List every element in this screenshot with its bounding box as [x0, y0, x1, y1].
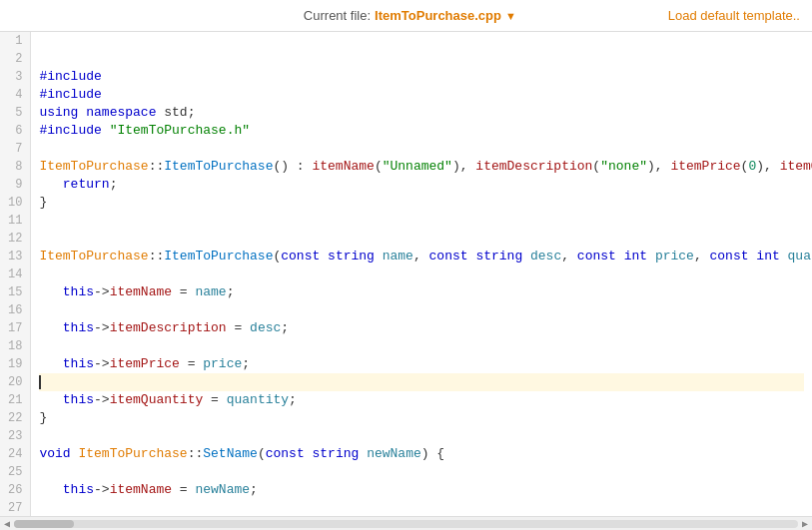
- line-number: 4: [8, 86, 22, 104]
- code-line: return;: [39, 176, 804, 194]
- scrollbar-thumb[interactable]: [14, 520, 74, 528]
- current-file-indicator: Current file: ItemToPurchase.cpp ▼: [304, 8, 516, 23]
- code-line: [39, 337, 804, 355]
- line-number: 12: [8, 230, 22, 248]
- line-number: 18: [8, 337, 22, 355]
- code-line: [39, 301, 804, 319]
- code-line: this->itemQuantity = quantity;: [39, 391, 804, 409]
- line-number: 5: [8, 104, 22, 122]
- line-number: 8: [8, 158, 22, 176]
- filename-dropdown-icon[interactable]: ▼: [505, 10, 516, 22]
- code-line: [39, 499, 804, 516]
- code-line: }: [39, 409, 804, 427]
- current-file-label: Current file:: [304, 8, 371, 23]
- line-number: 15: [8, 283, 22, 301]
- line-number: 19: [8, 355, 22, 373]
- text-cursor: [39, 375, 41, 389]
- line-number: 13: [8, 248, 22, 265]
- code-line: ItemToPurchase::ItemToPurchase() : itemN…: [39, 158, 804, 176]
- line-number: 22: [8, 409, 22, 427]
- header-bar: Current file: ItemToPurchase.cpp ▼ Load …: [0, 0, 812, 32]
- line-number: 2: [8, 50, 22, 68]
- scrollbar-track[interactable]: [14, 520, 798, 528]
- line-number: 26: [8, 481, 22, 499]
- line-number: 10: [8, 194, 22, 212]
- code-line: this->itemName = name;: [39, 283, 804, 301]
- code-line: [39, 212, 804, 230]
- code-line: [39, 230, 804, 248]
- code-line: this->itemName = newName;: [39, 481, 804, 499]
- line-number: 7: [8, 140, 22, 158]
- line-number: 21: [8, 391, 22, 409]
- line-number: 20: [8, 373, 22, 391]
- code-line: this->itemPrice = price;: [39, 355, 804, 373]
- line-number: 14: [8, 265, 22, 283]
- line-number: 17: [8, 319, 22, 337]
- line-number: 16: [8, 301, 22, 319]
- code-line: [39, 427, 804, 445]
- horizontal-scrollbar[interactable]: ◀ ▶: [0, 516, 812, 530]
- code-line: }: [39, 194, 804, 212]
- line-number: 3: [8, 68, 22, 86]
- line-number: 23: [8, 427, 22, 445]
- code-line: #include "ItemToPurchase.h": [39, 122, 804, 140]
- code-editor: 1234567891011121314151617181920212223242…: [0, 32, 812, 516]
- code-line: void ItemToPurchase::SetName(const strin…: [39, 445, 804, 463]
- code-line: using namespace std;: [39, 104, 804, 122]
- line-number: 11: [8, 212, 22, 230]
- code-line: #include: [39, 86, 804, 104]
- code-line: [39, 373, 804, 391]
- line-number: 1: [8, 32, 22, 50]
- code-line: this->itemDescription = desc;: [39, 319, 804, 337]
- line-number: 27: [8, 499, 22, 516]
- code-line: [39, 463, 804, 481]
- line-number: 24: [8, 445, 22, 463]
- load-template-area: Load default template..: [668, 8, 800, 24]
- code-line: [39, 140, 804, 158]
- line-number-gutter: 1234567891011121314151617181920212223242…: [0, 32, 31, 516]
- code-line: #include: [39, 68, 804, 86]
- code-line: ItemToPurchase::ItemToPurchase(const str…: [39, 248, 804, 265]
- scroll-left-arrow[interactable]: ◀: [0, 518, 10, 530]
- code-line: [39, 265, 804, 283]
- line-number: 9: [8, 176, 22, 194]
- line-number: 6: [8, 122, 22, 140]
- line-number: 25: [8, 463, 22, 481]
- scroll-right-arrow[interactable]: ▶: [802, 518, 812, 530]
- load-template-button[interactable]: Load default template..: [668, 8, 800, 23]
- code-content[interactable]: #include #include using namespace std;#i…: [31, 32, 812, 516]
- filename-label[interactable]: ItemToPurchase.cpp: [375, 8, 501, 23]
